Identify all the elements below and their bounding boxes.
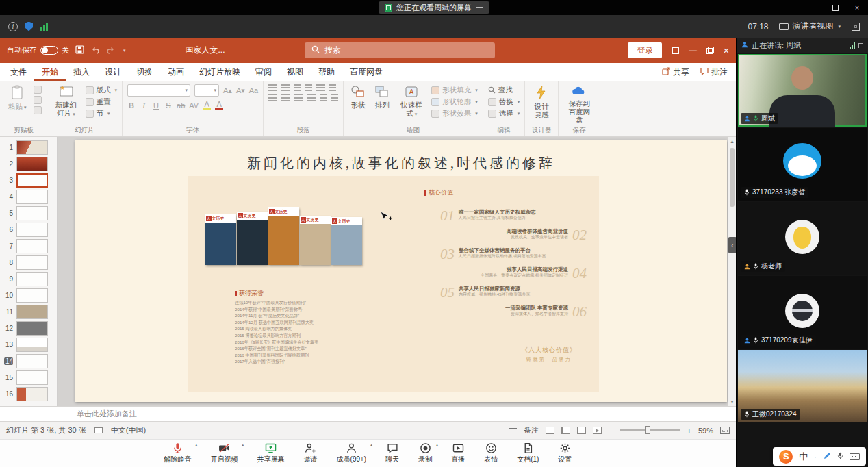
ime-punctuation-indicator[interactable]: ·: [814, 453, 817, 461]
highlight-color-icon[interactable]: A: [203, 100, 211, 110]
slideshow-button[interactable]: [593, 427, 602, 434]
toolbar-docs[interactable]: 文档(1): [517, 442, 539, 464]
expand-caret-icon[interactable]: ▴: [195, 442, 198, 448]
slide-thumbnail-panel[interactable]: 12345678910111213141516: [0, 137, 58, 406]
reading-view-button[interactable]: [577, 427, 586, 434]
fullscreen-icon[interactable]: [852, 23, 860, 31]
text-direction-icon[interactable]: [329, 84, 336, 91]
slide-thumbnail[interactable]: 6: [0, 221, 57, 238]
ribbon-tab-审阅[interactable]: 审阅: [248, 63, 279, 81]
network-stats-icon[interactable]: [40, 22, 48, 31]
align-left-icon[interactable]: [268, 94, 277, 101]
save-to-baidu-button[interactable]: 保存到百度网盘: [563, 84, 595, 125]
slide-thumbnail[interactable]: 13: [0, 336, 57, 353]
ribbon-tab-幻灯片放映[interactable]: 幻灯片放映: [192, 63, 248, 81]
shapes-button[interactable]: 形状: [348, 84, 368, 110]
fit-to-window-icon[interactable]: [720, 427, 730, 434]
slide-thumbnail[interactable]: 10: [0, 287, 57, 303]
slide-thumbnail[interactable]: 8: [0, 254, 57, 270]
slide-thumbnail[interactable]: 5: [0, 205, 57, 221]
align-right-icon[interactable]: [294, 94, 303, 101]
language-indicator[interactable]: 中文(中国): [111, 425, 146, 436]
redo-icon[interactable]: [106, 45, 116, 57]
ribbon-tab-百度网盘[interactable]: 百度网盘: [342, 63, 390, 81]
slide-thumbnail[interactable]: 9: [0, 270, 57, 287]
font-family-select[interactable]: ▾: [127, 84, 190, 97]
shadow-icon[interactable]: ab: [177, 101, 185, 110]
ppt-restore-button[interactable]: [706, 47, 714, 54]
expand-caret-icon[interactable]: ▴: [242, 442, 244, 448]
scroll-up-arrow[interactable]: ▴: [730, 138, 733, 144]
zoom-level[interactable]: 59%: [698, 427, 713, 435]
participant-video[interactable]: 王微02170324: [738, 350, 867, 422]
ime-pen-icon[interactable]: [823, 451, 831, 463]
slide-thumbnail[interactable]: 1: [0, 139, 57, 155]
toolbar-record[interactable]: ▴录制: [418, 442, 432, 464]
toolbar-invite[interactable]: 邀请: [304, 442, 318, 464]
ime-language-indicator[interactable]: 中: [799, 451, 808, 463]
shape-outline-button[interactable]: 形状轮廓▾: [431, 97, 478, 107]
slide-thumbnail[interactable]: 12: [0, 320, 57, 336]
info-icon[interactable]: i: [8, 22, 18, 31]
zoom-slider-thumb[interactable]: [645, 426, 650, 434]
slide-thumbnail[interactable]: 7: [0, 238, 57, 254]
ribbon-display-options-icon[interactable]: [672, 47, 679, 54]
slide[interactable]: 新闻化的内核,故事化的叙述,时代感的修辞 核心价值 人文历史人文历史人文历史人文…: [75, 140, 727, 402]
participant-video[interactable]: 37170209袁佳伊: [738, 276, 867, 349]
normal-view-button[interactable]: [546, 427, 554, 434]
quick-access-dropdown-icon[interactable]: ▾: [123, 48, 126, 53]
toolbar-chat[interactable]: 聊天: [385, 442, 399, 464]
expand-caret-icon[interactable]: ▴: [370, 442, 373, 448]
shape-fill-button[interactable]: 形状填充▾: [431, 86, 478, 95]
zoom-slider[interactable]: [620, 429, 680, 431]
numbering-icon[interactable]: [281, 84, 290, 91]
slide-thumbnail[interactable]: 4: [0, 188, 57, 205]
expand-arrow-icon[interactable]: [858, 43, 863, 48]
italic-icon[interactable]: I: [140, 101, 148, 110]
participant-video[interactable]: 周斌: [738, 54, 867, 127]
slide-thumbnail[interactable]: 14: [0, 353, 57, 369]
new-slide-button[interactable]: 新建幻灯片▾: [52, 84, 81, 118]
ribbon-tab-动画[interactable]: 动画: [160, 63, 192, 81]
security-shield-icon[interactable]: [25, 22, 33, 31]
spellcheck-icon[interactable]: [94, 427, 103, 433]
change-case-icon[interactable]: Aa: [249, 86, 258, 94]
ribbon-tab-帮助[interactable]: 帮助: [311, 63, 342, 81]
view-mode-selector[interactable]: 演讲者视图 ▾: [779, 21, 841, 32]
participant-video[interactable]: 杨老师: [738, 202, 867, 275]
scroll-down-arrow[interactable]: ▾: [730, 399, 733, 405]
screen-share-notification[interactable]: 您正在观看周斌的屏幕: [379, 1, 489, 14]
toolbar-share-screen[interactable]: 共享屏幕: [257, 442, 285, 464]
zoom-in-button[interactable]: +: [687, 427, 691, 435]
toolbar-live[interactable]: 直播: [451, 442, 465, 464]
menu-icon[interactable]: [476, 5, 483, 10]
notes-area[interactable]: 单击此处添加备注: [0, 406, 736, 421]
strikethrough-icon[interactable]: S: [164, 101, 173, 110]
toolbar-unmute[interactable]: ▴解除静音: [164, 442, 192, 464]
format-painter-icon[interactable]: [34, 106, 42, 114]
save-icon[interactable]: [75, 45, 84, 57]
underline-icon[interactable]: U: [152, 101, 160, 110]
participant-video[interactable]: 37170233 张彦哲: [738, 128, 867, 201]
slide-sorter-view-button[interactable]: [561, 427, 570, 434]
slide-thumbnail[interactable]: 2: [0, 155, 57, 172]
slide-thumbnail[interactable]: 3: [0, 172, 57, 188]
scrollbar-thumb[interactable]: [730, 148, 735, 207]
toolbar-settings[interactable]: 设置: [558, 442, 572, 464]
autosave-toggle[interactable]: 自动保存 关: [7, 45, 69, 55]
ribbon-tab-插入[interactable]: 插入: [66, 63, 97, 81]
increase-indent-icon[interactable]: [305, 84, 312, 91]
paste-button[interactable]: 粘贴▾: [6, 84, 29, 111]
section-button[interactable]: 节▾: [86, 109, 118, 118]
toolbar-emoji[interactable]: 表情: [484, 442, 498, 464]
layout-button[interactable]: 版式▾: [86, 86, 118, 95]
sogou-logo-icon[interactable]: S: [779, 450, 793, 464]
search-input[interactable]: 搜索: [305, 42, 495, 58]
toggle-switch[interactable]: [40, 46, 58, 55]
ribbon-tab-设计[interactable]: 设计: [97, 63, 129, 81]
decrease-indent-icon[interactable]: [294, 84, 301, 91]
quick-styles-button[interactable]: A 快速样式▾: [396, 84, 426, 118]
align-center-icon[interactable]: [281, 94, 290, 101]
ribbon-tab-开始[interactable]: 开始: [34, 63, 66, 81]
maximize-button[interactable]: [824, 0, 846, 15]
